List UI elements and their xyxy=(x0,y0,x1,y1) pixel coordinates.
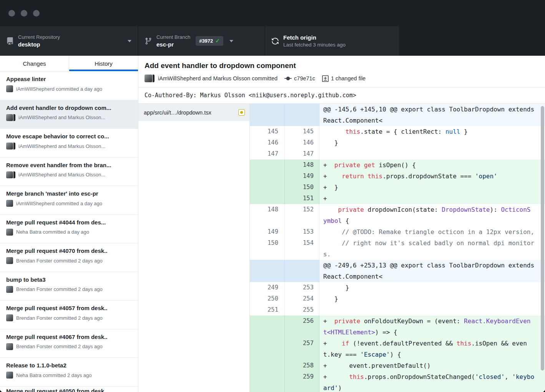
new-line-number: 257 xyxy=(285,338,319,360)
commit-list-item[interactable]: Merge pull request #4057 from desk..Bren… xyxy=(0,301,138,329)
old-line-number: 251 xyxy=(250,304,285,316)
commit-item-author: iAmWillShepherd and Markus Olsson... xyxy=(18,143,105,149)
diff-row: 150+ } xyxy=(250,182,545,193)
repository-picker-button[interactable]: Current Repository desktop xyxy=(0,26,138,56)
window-titlebar xyxy=(0,0,545,26)
tab-history[interactable]: History xyxy=(69,56,138,71)
diff-code-line: // right now it's scaled badly on normal… xyxy=(319,238,545,260)
diff-code-line: } xyxy=(319,282,545,293)
app-window: Current Repository desktop Current Branc… xyxy=(0,0,545,392)
diff-row: 149+ return this.props.dropdownState ===… xyxy=(250,171,545,182)
commit-item-title: Merge pull request #4070 from desk.. xyxy=(6,247,132,254)
old-line-number xyxy=(250,182,285,193)
commit-list-item[interactable]: Merge pull request #4044 from des...Neha… xyxy=(0,215,138,244)
sidebar-tabs: Changes History xyxy=(0,56,138,71)
diff-scrollbar[interactable] xyxy=(541,106,544,370)
commit-list-item[interactable]: Appease linteriAmWillShepherd committed … xyxy=(0,71,138,100)
git-commit-icon xyxy=(284,75,292,82)
commit-item-title: Merge pull request #4050 from desk.. xyxy=(6,388,132,392)
commit-item-title: Add event handler to dropdown com... xyxy=(6,105,132,111)
branch-picker-button[interactable]: Current Branch esc-pr #3972 ✓ xyxy=(138,26,264,56)
diff-code-line: + xyxy=(319,193,545,204)
diff-row: 249253 } xyxy=(250,282,545,293)
commit-meta: iAmWillShepherd and Markus Olsson commit… xyxy=(145,75,539,82)
pr-number: #3972 xyxy=(199,38,213,44)
maximize-button[interactable] xyxy=(33,10,40,17)
tab-changes[interactable]: Changes xyxy=(0,56,69,71)
diff-row: 147147 xyxy=(250,148,545,159)
new-line-number: 148 xyxy=(285,159,319,171)
avatar xyxy=(6,286,13,293)
diff-row: 145145 this.state = { clientRect: null } xyxy=(250,126,545,137)
new-line-number: 145 xyxy=(285,126,319,137)
fetch-origin-button[interactable]: Fetch origin Last fetched 3 minutes ago xyxy=(265,26,399,56)
diff-hunk-header: @@ -145,6 +145,10 @@ export class Toolba… xyxy=(250,104,545,126)
commit-item-author: Brendan Forster committed 2 days ago xyxy=(16,258,103,264)
commit-item-meta: iAmWillShepherd and Markus Olsson... xyxy=(6,171,132,178)
branch-name: esc-pr xyxy=(156,41,190,48)
old-line-number xyxy=(250,316,285,338)
commit-item-author: iAmWillShepherd committed a day ago xyxy=(16,201,102,206)
avatar xyxy=(145,75,152,82)
commit-item-author: iAmWillShepherd committed a day ago xyxy=(16,86,102,92)
commit-item-author: Brendan Forster committed 2 days ago xyxy=(16,286,103,292)
avatar xyxy=(6,257,13,264)
file-diff-icon xyxy=(322,75,329,82)
diff-code-line: } xyxy=(319,137,545,148)
commit-list-item[interactable]: Merge pull request #4067 from desk..Bren… xyxy=(0,329,138,358)
diff-row: 251255 xyxy=(250,304,545,316)
commit-list-item[interactable]: bump to beta3Brendan Forster committed 2… xyxy=(0,272,138,301)
new-line-number: 149 xyxy=(285,171,319,182)
avatar xyxy=(6,314,13,321)
repo-icon xyxy=(6,37,14,45)
diff-code-line: + this.props.onDropdownStateChanged('clo… xyxy=(319,371,545,392)
commit-item-meta: Brendan Forster committed 2 days ago xyxy=(6,257,132,264)
new-line-number: 146 xyxy=(285,137,319,148)
new-line-number: 258 xyxy=(285,360,319,371)
commit-list-item[interactable]: Remove event handler from the bran...iAm… xyxy=(0,158,138,186)
commit-header: Add event handler to dropdown component … xyxy=(138,56,545,88)
window-controls xyxy=(8,10,40,17)
old-line-number: 149 xyxy=(250,226,285,238)
minimize-button[interactable] xyxy=(21,10,27,17)
commit-item-author: Brendan Forster committed 2 days ago xyxy=(16,344,103,349)
new-line-number: 153 xyxy=(285,226,319,238)
diff-row: 148+ private get isOpen() { xyxy=(250,159,545,171)
old-line-number xyxy=(250,260,285,282)
diff-code-line xyxy=(319,148,545,159)
new-line-number xyxy=(285,104,319,126)
avatar xyxy=(6,171,13,178)
commit-list-item[interactable]: Move escape behavior to correct co...iAm… xyxy=(0,129,138,158)
new-line-number: 254 xyxy=(285,293,319,304)
diff-code-line: + private onFoldoutKeyDown = (event: Rea… xyxy=(319,316,545,338)
commit-item-title: Merge pull request #4067 from desk.. xyxy=(6,334,132,340)
modified-file-icon xyxy=(238,109,245,116)
avatar xyxy=(6,372,13,379)
close-button[interactable] xyxy=(8,10,15,17)
git-branch-icon xyxy=(145,37,152,45)
old-line-number xyxy=(250,338,285,360)
commit-title: Add event handler to dropdown component xyxy=(145,61,539,70)
commit-item-title: Release to 1.1.0-beta2 xyxy=(6,362,132,369)
file-list-item[interactable]: app/src/ui/t…/dropdown.tsx xyxy=(138,104,249,121)
commit-list-item[interactable]: Release to 1.1.0-beta2Neha Batra committ… xyxy=(0,358,138,387)
commit-list-item[interactable]: Merge pull request #4050 from desk.. xyxy=(0,387,138,392)
new-line-number: 253 xyxy=(285,282,319,293)
commit-list-item[interactable]: Merge pull request #4070 from desk..Bren… xyxy=(0,243,138,272)
toolbar: Current Repository desktop Current Branc… xyxy=(0,26,545,56)
diff-row: 258+ event.preventDefault() xyxy=(250,360,545,371)
commit-item-meta: iAmWillShepherd committed a day ago xyxy=(6,85,132,92)
chevron-down-icon xyxy=(229,40,233,42)
commit-item-author: Brendan Forster committed 2 days ago xyxy=(16,315,103,321)
diff-code-line: @@ -145,6 +145,10 @@ export class Toolba… xyxy=(319,104,545,126)
diff-row: 150154 // right now it's scaled badly on… xyxy=(250,238,545,260)
chevron-down-icon xyxy=(128,40,131,42)
commit-list-item[interactable]: Merge branch 'master' into esc-priAmWill… xyxy=(0,186,138,215)
branch-label: Current Branch xyxy=(156,34,190,40)
avatar xyxy=(6,343,13,350)
avatar xyxy=(6,200,13,207)
fetch-title: Fetch origin xyxy=(283,34,346,41)
commit-list-item[interactable]: Add event handler to dropdown com...iAmW… xyxy=(0,100,138,129)
commit-item-title: Appease linter xyxy=(6,76,132,82)
commit-item-meta: Brendan Forster committed 2 days ago xyxy=(6,343,132,350)
